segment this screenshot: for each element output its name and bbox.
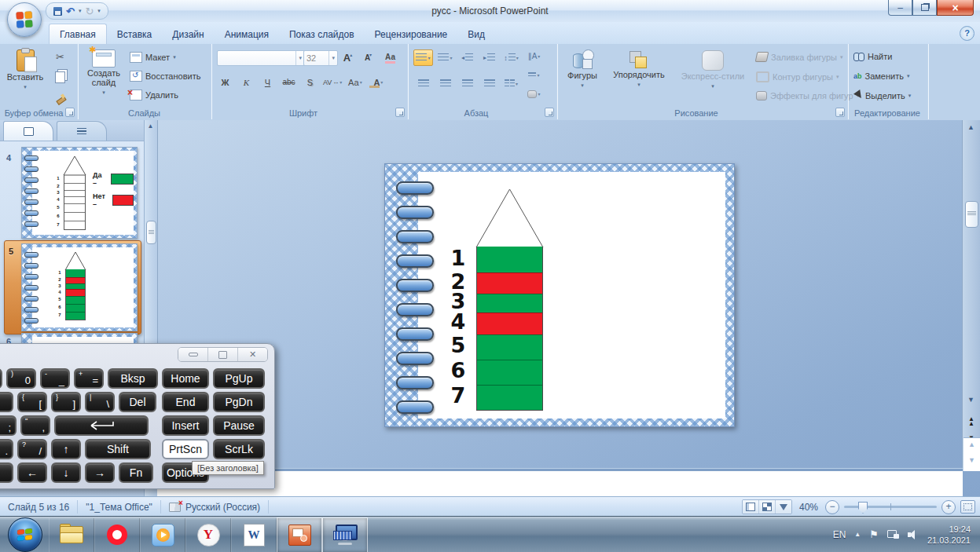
bullets-button[interactable]: ▾	[413, 49, 433, 66]
language-switcher[interactable]: EN	[833, 529, 846, 540]
quick-styles-button[interactable]: Экспресс-стили▾	[676, 50, 750, 91]
notes-scroll-up-icon[interactable]: ▲	[965, 441, 978, 448]
key-↓[interactable]: ↓	[51, 462, 81, 483]
shape-outline-button[interactable]: Контур фигуры▾	[756, 71, 839, 82]
numbering-button[interactable]: ▾	[435, 49, 455, 66]
qat-customize-dropdown[interactable]: ▾	[97, 8, 101, 14]
key-Insert[interactable]: Insert	[162, 415, 209, 436]
text-direction-button[interactable]: ∥A▾	[524, 48, 544, 64]
change-case-button[interactable]: Аа▾	[345, 74, 365, 90]
tab-slides-thumbnails[interactable]	[3, 121, 53, 141]
align-center-button[interactable]	[435, 75, 455, 92]
copy-button[interactable]	[50, 69, 70, 86]
panel-scroll-up-icon[interactable]: ▲	[145, 122, 156, 130]
tab-Показ слайдов[interactable]: Показ слайдов	[279, 24, 365, 44]
layout-button[interactable]: Макет▾	[130, 52, 176, 63]
zoom-slider[interactable]	[844, 506, 937, 508]
slide-canvas[interactable]: 1234567	[384, 163, 735, 427]
key-;[interactable]: :;	[0, 415, 17, 436]
language-indicator[interactable]: Русский (Россия)	[161, 500, 269, 514]
editor-scrollbar[interactable]: ▲ ▼ ▲▲ ▼▼ ▲ ▼	[962, 120, 980, 471]
panel-scroll-thumb[interactable]	[146, 221, 156, 244]
action-center-flag-icon[interactable]: ⚑	[869, 529, 879, 539]
shape-fill-button[interactable]: Заливка фигуры▾	[756, 52, 843, 62]
key-.[interactable]: .	[0, 439, 13, 459]
clear-formatting-button[interactable]: Аа	[380, 49, 400, 66]
notes-scroll-down-icon[interactable]: ▼	[965, 457, 978, 464]
taskbar-explorer-button[interactable]	[49, 518, 94, 552]
redo-icon[interactable]: ↻	[85, 6, 94, 16]
key-[[interactable]: {[	[17, 392, 47, 412]
line-spacing-button[interactable]: ↕▾	[501, 49, 521, 66]
taskbar-yandex-button[interactable]: Y	[185, 518, 231, 552]
theme-indicator[interactable]: "1_Тема Office"	[78, 500, 161, 514]
font-name-combo[interactable]: ▾	[217, 50, 305, 66]
osk-maximize-button[interactable]	[207, 348, 237, 361]
paste-button[interactable]: Вставить▾	[6, 49, 44, 92]
taskbar-powerpoint-button[interactable]	[277, 517, 322, 552]
shapes-button[interactable]: Фигуры▾	[563, 49, 602, 90]
key-PrtScn[interactable]: PrtScn	[162, 439, 209, 459]
decrease-indent-button[interactable]: ◂	[457, 49, 477, 66]
taskbar-word-button[interactable]: W	[231, 518, 277, 552]
justify-button[interactable]	[479, 75, 499, 92]
strikethrough-button[interactable]: abc	[279, 74, 299, 90]
convert-smartart-button[interactable]: ▾	[524, 86, 544, 102]
font-color-button[interactable]: А▾	[366, 74, 390, 90]
format-painter-button[interactable]	[50, 90, 70, 106]
key-ScrLk[interactable]: ScrLk	[213, 439, 265, 459]
align-text-button[interactable]: ▾	[524, 67, 544, 83]
notes-scrollbar[interactable]: ▲ ▼	[963, 437, 980, 471]
zoom-level[interactable]: 40%	[797, 502, 820, 513]
reset-slide-button[interactable]: Восстановить	[130, 71, 200, 82]
delete-slide-button[interactable]: Удалить	[130, 90, 178, 101]
tab-Вид[interactable]: Вид	[457, 24, 495, 44]
key-Home[interactable]: Home	[162, 368, 209, 389]
align-right-button[interactable]	[457, 75, 477, 92]
bold-button[interactable]: Ж	[215, 74, 235, 90]
shape-effects-button[interactable]: Эффекты для фигур▾	[756, 91, 859, 101]
text-shadow-button[interactable]: S	[300, 74, 320, 90]
key-0[interactable]: )0	[6, 368, 36, 389]
new-slide-button[interactable]: Создать слайд▾	[83, 49, 125, 97]
normal-view-button[interactable]	[743, 500, 758, 514]
key-/[interactable]: ?/	[17, 439, 47, 459]
increase-indent-button[interactable]: ▸	[479, 49, 499, 66]
tab-Главная[interactable]: Главная	[49, 24, 107, 44]
slideshow-view-button[interactable]	[775, 500, 791, 514]
key-↑[interactable]: ↑	[51, 439, 81, 459]
key-enter[interactable]	[54, 415, 149, 436]
key-_[interactable]: -_	[40, 368, 70, 389]
key-,[interactable]: ",	[20, 415, 50, 436]
key-Pause[interactable]: Pause	[213, 415, 265, 436]
paragraph-dialog-launcher[interactable]	[545, 108, 554, 117]
italic-button[interactable]: К	[237, 74, 256, 90]
office-button[interactable]	[7, 2, 42, 37]
save-icon[interactable]	[53, 7, 62, 16]
zoom-out-button[interactable]: −	[825, 500, 839, 514]
tab-outline[interactable]	[57, 121, 107, 141]
tab-Анимация[interactable]: Анимация	[215, 24, 279, 44]
slide-sorter-view-button[interactable]	[758, 500, 775, 514]
undo-icon[interactable]: ↶	[66, 6, 75, 16]
arrange-button[interactable]: Упорядочить▾	[605, 50, 673, 90]
key-Shift[interactable]: Shift	[85, 439, 151, 459]
key-][interactable]: }]	[51, 392, 81, 412]
previous-slide-button[interactable]: ▲▲	[964, 417, 978, 426]
key-End[interactable]: End	[162, 392, 209, 412]
cut-button[interactable]: ✂	[50, 49, 70, 65]
tab-Рецензирование[interactable]: Рецензирование	[365, 24, 458, 44]
slide-4-thumbnail[interactable]: 1234567Да –Нет –	[21, 147, 138, 239]
taskbar-opera-button[interactable]	[94, 518, 140, 552]
hidden-icons-chevron[interactable]: ▲	[854, 531, 861, 538]
font-dialog-launcher[interactable]	[395, 108, 405, 117]
osk-close-button[interactable]: ✕	[237, 348, 267, 361]
key-partial[interactable]	[0, 368, 2, 389]
key-Del[interactable]: Del	[119, 392, 156, 412]
key-PgDn[interactable]: PgDn	[213, 392, 265, 412]
taskbar-media-player-button[interactable]	[140, 518, 185, 552]
align-left-button[interactable]	[413, 75, 433, 92]
tab-Вставка[interactable]: Вставка	[107, 24, 163, 44]
clipboard-dialog-launcher[interactable]	[65, 108, 75, 117]
key-→[interactable]: →	[85, 462, 115, 483]
